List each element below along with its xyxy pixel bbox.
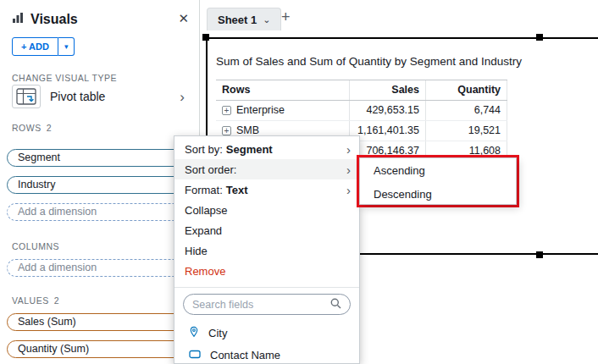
menu-item-label: Collapse: [185, 204, 228, 217]
menu-item-ascending[interactable]: Ascending: [360, 158, 516, 182]
values-section-label: VALUES2: [12, 295, 59, 306]
rows-label: ROWS: [12, 123, 42, 133]
visual-type-name: Pivot table: [50, 90, 105, 103]
bar-chart-icon: [12, 12, 24, 27]
search-input[interactable]: [192, 299, 330, 311]
table-header-row: Rows Sales Quantity: [216, 80, 507, 101]
values-label: VALUES: [12, 295, 49, 306]
sales-value-cell[interactable]: 1,161,401.35: [350, 121, 426, 141]
chevron-right-icon[interactable]: ›: [180, 90, 185, 104]
columns-add-dimension-placeholder[interactable]: Add a dimension: [7, 259, 190, 277]
pill-quantity-sum[interactable]: Quantity (Sum): [7, 340, 190, 358]
menu-item-collapse[interactable]: Collapse: [174, 200, 359, 220]
close-icon[interactable]: ✕: [178, 11, 189, 26]
menu-item-sort-by[interactable]: Sort by: Segment ›: [174, 139, 359, 159]
menu-item-expand[interactable]: Expand: [174, 220, 359, 240]
menu-item-descending[interactable]: Descending: [360, 182, 516, 206]
chevron-right-icon: ›: [346, 163, 351, 176]
panel-title: Visuals: [30, 12, 78, 27]
resize-handle-bottom[interactable]: [536, 251, 543, 258]
menu-item-label: Sort by:: [185, 143, 223, 156]
rows-add-dimension-placeholder[interactable]: Add a dimension: [7, 203, 190, 221]
menu-item-remove[interactable]: Remove: [174, 261, 359, 281]
geo-pin-icon: [189, 326, 199, 340]
search-fields-box: [183, 294, 351, 315]
expand-icon[interactable]: +: [222, 126, 231, 135]
menu-divider: [174, 287, 359, 288]
field-label: City: [208, 327, 227, 339]
visual-type-selector[interactable]: Pivot table ›: [12, 84, 188, 109]
menu-item-label: Expand: [185, 224, 222, 237]
pill-segment[interactable]: Segment: [7, 149, 190, 167]
column-header-sales[interactable]: Sales: [350, 80, 426, 100]
row-label-cell[interactable]: +Enterprise: [216, 101, 350, 120]
field-item-contact-name[interactable]: Contact Name: [174, 344, 359, 364]
visual-title: Sum of Sales and Sum of Quantity by Segm…: [216, 55, 522, 68]
change-visual-type-label: CHANGE VISUAL TYPE: [12, 73, 117, 83]
table-row-enterprise: +Enterprise 429,653.15 6,744: [216, 101, 507, 121]
menu-item-format[interactable]: Format: Text ›: [174, 179, 359, 200]
rows-count: 2: [47, 123, 52, 133]
field-context-menu: Sort by: Segment › Sort order: › Format:…: [174, 135, 360, 364]
chevron-down-icon[interactable]: ⌄: [263, 14, 270, 25]
text-field-icon: [189, 349, 201, 361]
chevron-right-icon: ›: [346, 184, 351, 196]
chevron-right-icon: ›: [346, 143, 351, 156]
field-item-city[interactable]: City: [174, 322, 359, 344]
menu-item-value: Segment: [226, 143, 273, 156]
sales-value-cell[interactable]: 429,653.15: [350, 101, 426, 120]
add-sheet-button[interactable]: +: [281, 9, 291, 25]
menu-item-value: Text: [226, 184, 248, 196]
menu-item-label: Hide: [185, 245, 208, 257]
pill-industry[interactable]: Industry: [7, 176, 190, 194]
sort-order-submenu: Ascending Descending: [359, 157, 517, 205]
visuals-panel: Visuals ✕ + ADD ▾ CHANGE VISUAL TYPE Piv…: [0, 0, 200, 364]
menu-item-label: Remove: [185, 265, 225, 278]
panel-header: Visuals: [12, 12, 78, 27]
pill-sales-sum[interactable]: Sales (Sum): [7, 313, 190, 331]
tab-sheet-1[interactable]: Sheet 1 ⌄: [207, 8, 281, 30]
row-label: Enterprise: [236, 104, 285, 116]
expand-icon[interactable]: +: [222, 106, 231, 115]
menu-item-sort-order[interactable]: Sort order: ›: [174, 159, 359, 179]
row-label: SMB: [236, 124, 259, 136]
quantity-value-cell[interactable]: 19,521: [426, 121, 507, 141]
values-count: 2: [54, 295, 59, 306]
search-icon: [330, 297, 341, 312]
menu-item-hide[interactable]: Hide: [174, 240, 359, 261]
menu-item-label: Format:: [185, 184, 223, 196]
column-header-quantity[interactable]: Quantity: [426, 80, 507, 100]
quantity-value-cell[interactable]: 6,744: [426, 101, 507, 120]
pivot-table-icon: [12, 85, 41, 108]
resize-handle-top[interactable]: [536, 34, 543, 41]
field-label: Contact Name: [210, 349, 280, 361]
annotation-highlight-box: Ascending Descending: [357, 155, 519, 207]
add-caret-icon[interactable]: ▾: [58, 37, 75, 56]
rows-section-label: ROWS2: [12, 123, 52, 133]
columns-section-label: COLUMNS: [12, 241, 59, 251]
sheet-tab-label: Sheet 1: [218, 14, 257, 26]
add-button[interactable]: + ADD ▾: [12, 37, 75, 56]
resize-handle-top-left[interactable]: [202, 34, 209, 41]
menu-item-label: Sort order:: [185, 163, 236, 176]
column-header-rows[interactable]: Rows: [216, 80, 350, 100]
add-button-label[interactable]: + ADD: [12, 37, 58, 56]
